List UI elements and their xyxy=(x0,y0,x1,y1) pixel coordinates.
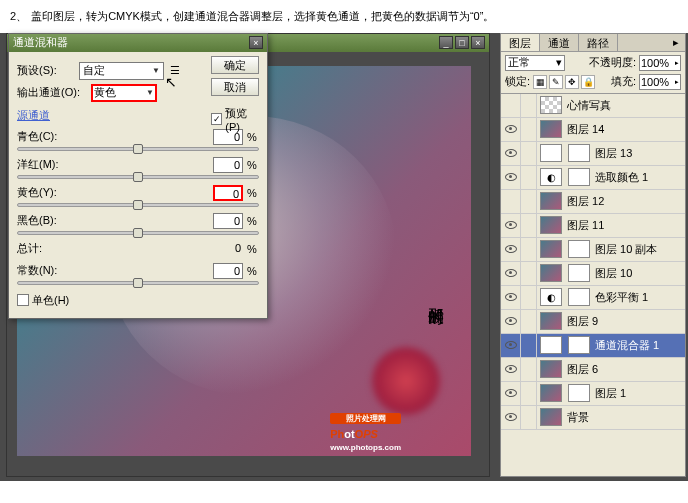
cancel-button[interactable]: 取消 xyxy=(211,78,259,96)
constant-input[interactable]: 0 xyxy=(213,263,243,279)
watermark-logo: 照片处理网 PhotOPS www.photops.com xyxy=(330,413,401,452)
layer-mask-thumbnail[interactable] xyxy=(568,384,590,402)
monochrome-checkbox[interactable] xyxy=(17,294,29,306)
blend-mode-select[interactable]: 正常▾ xyxy=(505,55,565,71)
layer-row[interactable]: 图层 11 xyxy=(501,214,685,238)
visibility-toggle[interactable] xyxy=(501,118,521,141)
constant-slider[interactable] xyxy=(17,281,259,285)
layer-thumbnail[interactable] xyxy=(540,192,562,210)
tab-channels[interactable]: 通道 xyxy=(540,34,579,51)
layer-name[interactable]: 心情写真 xyxy=(565,98,685,113)
lock-paint-icon[interactable]: ✎ xyxy=(549,75,563,89)
layer-row[interactable]: 心情写真 xyxy=(501,94,685,118)
visibility-toggle[interactable] xyxy=(501,406,521,429)
dialog-titlebar[interactable]: 通道混和器 × xyxy=(9,34,267,52)
layer-thumbnail[interactable] xyxy=(540,144,562,162)
lock-position-icon[interactable]: ✥ xyxy=(565,75,579,89)
tab-layers[interactable]: 图层 xyxy=(501,34,540,51)
layer-list[interactable]: 心情写真图层 14图层 13◐选取颜色 1图层 12图层 11图层 10 副本图… xyxy=(501,94,685,472)
eye-icon xyxy=(505,269,517,277)
minimize-button[interactable]: _ xyxy=(439,36,453,49)
visibility-toggle[interactable] xyxy=(501,358,521,381)
layer-mask-thumbnail[interactable] xyxy=(568,336,590,354)
visibility-toggle[interactable] xyxy=(501,142,521,165)
layer-name[interactable]: 选取颜色 1 xyxy=(593,170,685,185)
layer-mask-thumbnail[interactable] xyxy=(568,168,590,186)
layer-name[interactable]: 图层 10 xyxy=(593,266,685,281)
layer-thumbnail[interactable]: ◐ xyxy=(540,168,562,186)
layer-thumbnail[interactable] xyxy=(540,264,562,282)
layer-row[interactable]: ◐色彩平衡 1 xyxy=(501,286,685,310)
layer-thumbnail[interactable] xyxy=(540,360,562,378)
layer-row[interactable]: 图层 14 xyxy=(501,118,685,142)
layer-row[interactable]: 图层 12 xyxy=(501,190,685,214)
layer-row[interactable]: 图层 9 xyxy=(501,310,685,334)
layer-thumbnail[interactable] xyxy=(540,312,562,330)
layer-mask-thumbnail[interactable] xyxy=(568,264,590,282)
layer-row[interactable]: ◐选取颜色 1 xyxy=(501,166,685,190)
output-channel-select[interactable]: 黄色▼ xyxy=(91,84,157,102)
lock-all-icon[interactable]: 🔒 xyxy=(581,75,595,89)
visibility-toggle[interactable] xyxy=(501,190,521,213)
layer-name[interactable]: 背景 xyxy=(565,410,685,425)
lock-transparency-icon[interactable]: ▦ xyxy=(533,75,547,89)
layer-name[interactable]: 色彩平衡 1 xyxy=(593,290,685,305)
layer-thumbnail[interactable] xyxy=(540,96,562,114)
cyan-slider[interactable] xyxy=(17,147,259,151)
constant-label: 常数(N): xyxy=(17,263,67,278)
layer-row[interactable]: ◐通道混合器 1 xyxy=(501,334,685,358)
maximize-button[interactable]: □ xyxy=(455,36,469,49)
layer-thumbnail[interactable] xyxy=(540,120,562,138)
yellow-input[interactable]: 0 xyxy=(213,185,243,201)
visibility-toggle[interactable] xyxy=(501,382,521,405)
layer-row[interactable]: 图层 1 xyxy=(501,382,685,406)
preset-select[interactable]: 自定▼ xyxy=(79,62,164,80)
black-slider[interactable] xyxy=(17,231,259,235)
layer-name[interactable]: 图层 12 xyxy=(565,194,685,209)
layer-name[interactable]: 图层 11 xyxy=(565,218,685,233)
visibility-toggle[interactable] xyxy=(501,238,521,261)
layer-mask-thumbnail[interactable] xyxy=(568,288,590,306)
magenta-slider[interactable] xyxy=(17,175,259,179)
fill-input[interactable]: 100%▸ xyxy=(639,74,681,90)
layer-thumbnail[interactable] xyxy=(540,216,562,234)
visibility-toggle[interactable] xyxy=(501,262,521,285)
black-input[interactable]: 0 xyxy=(213,213,243,229)
layer-thumbnail[interactable] xyxy=(540,240,562,258)
visibility-toggle[interactable] xyxy=(501,94,521,117)
layer-row[interactable]: 图层 13 xyxy=(501,142,685,166)
layer-row[interactable]: 图层 6 xyxy=(501,358,685,382)
layer-thumbnail[interactable] xyxy=(540,408,562,426)
layer-thumbnail[interactable] xyxy=(540,384,562,402)
layer-name[interactable]: 图层 6 xyxy=(565,362,685,377)
layer-row[interactable]: 图层 10 副本 xyxy=(501,238,685,262)
layer-name[interactable]: 图层 13 xyxy=(593,146,685,161)
tab-paths[interactable]: 路径 xyxy=(579,34,618,51)
layer-name[interactable]: 图层 14 xyxy=(565,122,685,137)
layer-thumbnail[interactable]: ◐ xyxy=(540,288,562,306)
layer-name[interactable]: 图层 9 xyxy=(565,314,685,329)
layer-thumbnail[interactable]: ◐ xyxy=(540,336,562,354)
yellow-label: 黄色(Y): xyxy=(17,185,67,200)
opacity-input[interactable]: 100%▸ xyxy=(639,55,681,71)
layer-name[interactable]: 图层 1 xyxy=(593,386,685,401)
layer-name[interactable]: 图层 10 副本 xyxy=(593,242,685,257)
layer-name[interactable]: 通道混合器 1 xyxy=(593,338,685,353)
layer-mask-thumbnail[interactable] xyxy=(568,144,590,162)
layer-row[interactable]: 背景 xyxy=(501,406,685,430)
visibility-toggle[interactable] xyxy=(501,166,521,189)
visibility-toggle[interactable] xyxy=(501,334,521,357)
visibility-toggle[interactable] xyxy=(501,310,521,333)
visibility-toggle[interactable] xyxy=(501,214,521,237)
yellow-slider[interactable] xyxy=(17,203,259,207)
panel-menu-icon[interactable]: ▸ xyxy=(667,34,685,51)
visibility-toggle[interactable] xyxy=(501,286,521,309)
preset-menu-icon[interactable]: ☰ xyxy=(168,64,182,77)
close-button[interactable]: × xyxy=(471,36,485,49)
preview-checkbox[interactable]: ✓ xyxy=(211,113,222,125)
layer-row[interactable]: 图层 10 xyxy=(501,262,685,286)
magenta-input[interactable]: 0 xyxy=(213,157,243,173)
layer-mask-thumbnail[interactable] xyxy=(568,240,590,258)
dialog-close-button[interactable]: × xyxy=(249,36,263,49)
ok-button[interactable]: 确定 xyxy=(211,56,259,74)
